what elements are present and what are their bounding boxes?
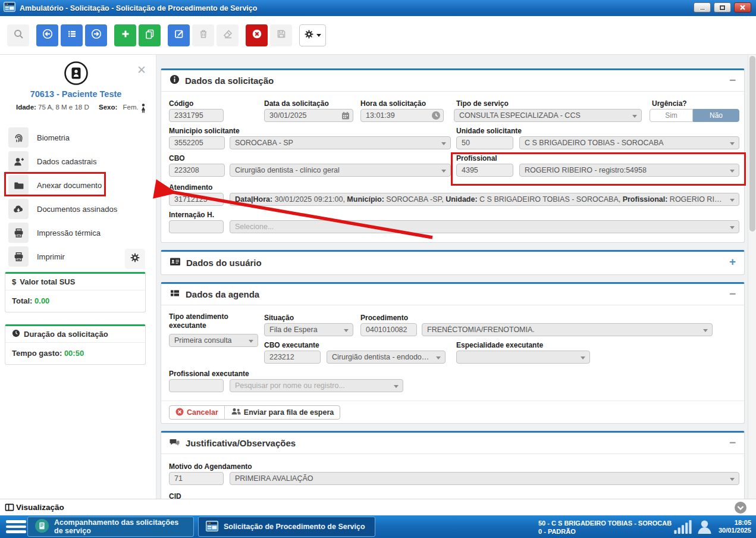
profissional-executante-code-field[interactable] (169, 379, 224, 392)
data-label: Data da solicitação (264, 99, 329, 108)
procedimento-select[interactable]: FRENÉCTOMIA/FRENOTOMIA. (422, 323, 713, 336)
scrollbar[interactable] (748, 55, 756, 499)
age-label: Idade: (16, 104, 36, 111)
profissional-code-field[interactable]: 4395 (456, 164, 513, 177)
urgencia-sim-button[interactable]: Sim (650, 109, 693, 122)
cancel-record-button[interactable] (246, 24, 268, 46)
select-caret-icon (394, 385, 399, 388)
internacao-select[interactable]: Selecione... (230, 220, 739, 233)
cloud-download-icon (8, 199, 29, 219)
edit-button[interactable] (168, 24, 190, 46)
unidade-select[interactable]: C S BRIGADEIRO TOBIAS - SOROCABA (519, 136, 739, 149)
section-justificativa: Justificativa/Observações − Motivo do Ag… (161, 431, 745, 499)
tipo-servico-select[interactable]: CONSULTA ESPECIALIZADA - CCS (454, 109, 642, 122)
cancelar-button[interactable]: Cancelar (170, 406, 224, 419)
codigo-label: Código (169, 99, 193, 108)
cbo-code-field[interactable]: 223208 (169, 164, 225, 177)
sus-total-label: Total: (12, 296, 32, 305)
section-dados-agenda: Dados da agenda − Tipo atendimento execu… (161, 282, 745, 424)
select-caret-icon (249, 340, 253, 343)
sidebar-item-anexar-documento[interactable]: Anexar documento (0, 174, 152, 196)
delete-button[interactable] (192, 24, 214, 46)
save-button[interactable] (270, 24, 292, 46)
calendar-icon (341, 111, 350, 122)
urgencia-nao-button[interactable]: Não (693, 109, 739, 122)
unidade-code-field[interactable]: 50 (456, 136, 513, 149)
sidebar-item-biometria[interactable]: Biometria (0, 126, 152, 149)
chevron-down-circle-icon[interactable] (734, 501, 747, 517)
municipio-code-field[interactable]: 3552205 (169, 136, 225, 149)
menu-hamburger-icon[interactable] (6, 520, 26, 533)
maximize-button[interactable] (714, 2, 731, 12)
add-button[interactable] (114, 24, 136, 46)
hora-field[interactable]: 13:01:39 (360, 109, 444, 122)
enviar-fila-button[interactable]: Enviar para fila de espera (224, 406, 340, 419)
cbo-executante-select[interactable]: Cirurgião dentista - endodon... (327, 351, 446, 364)
user-icon[interactable] (697, 520, 712, 536)
taskbar-item-solicitacao[interactable]: Solicitação de Procedimento de Serviço (198, 517, 375, 537)
list-button[interactable] (61, 24, 83, 46)
erase-button[interactable] (217, 24, 239, 46)
atendimento-select[interactable]: Data|Hora: 30/01/2025 09:21:00, Municípi… (230, 193, 739, 206)
atendimento-label: Atendimento (169, 183, 212, 192)
sus-panel-title: Valor total SUS (20, 277, 75, 286)
hora-label: Hora da solicitação (360, 99, 426, 108)
select-caret-icon (344, 329, 349, 332)
cbo-select[interactable]: Cirurgião dentista - clínico geral (230, 164, 451, 177)
x-circle-icon (175, 408, 184, 418)
profissional-executante-select[interactable]: Pesquisar por nome ou registro... (230, 379, 403, 392)
print-settings-button[interactable] (125, 249, 145, 269)
duration-value: 00:50 (64, 349, 84, 358)
expand-toggle[interactable]: + (729, 255, 736, 268)
taskbar-item-acompanhamento[interactable]: Acompanhamento das solicitações de servi… (27, 517, 194, 537)
procedimento-label: Procedimento (360, 314, 408, 322)
sus-total-panel: $Valor total SUS Total: 0.00 (5, 272, 146, 312)
agenda-button-group: Cancelar Enviar para fila de espera (169, 405, 340, 420)
scrollbar-thumb[interactable] (749, 56, 755, 232)
atendimento-code-field[interactable]: 31712125 (169, 193, 224, 206)
tipo-atendimento-select[interactable]: Primeira consulta (169, 334, 258, 347)
settings-button[interactable] (299, 24, 326, 46)
urgencia-label: Urgência? (652, 99, 687, 108)
gear-icon (304, 29, 314, 42)
close-button[interactable] (734, 2, 751, 12)
app-icon (4, 2, 15, 14)
motivo-code-field[interactable]: 71 (169, 472, 224, 485)
eraser-icon (222, 29, 233, 42)
printer-icon (8, 223, 29, 243)
internacao-code-field[interactable] (169, 220, 224, 233)
profissional-select[interactable]: ROGERIO RIBEIRO - registro:54958 (519, 164, 739, 177)
tipo-servico-label: Tipo de serviço (456, 99, 509, 108)
profissional-label: Profissional (456, 154, 497, 162)
copy-button[interactable] (139, 24, 161, 46)
collapse-toggle[interactable]: − (729, 74, 736, 87)
previous-button[interactable] (36, 24, 58, 46)
info-icon (170, 74, 180, 87)
collapse-toggle[interactable]: − (729, 436, 736, 449)
unit-line2: 0 - PADRÃO (538, 527, 672, 536)
sidebar-item-documentos-assinados[interactable]: Documentos assinados (0, 198, 152, 220)
motivo-select[interactable]: PRIMEIRA AVALIAÇÃO (230, 472, 739, 485)
search-button[interactable] (7, 24, 29, 46)
sidebar-item-label: Biometria (37, 133, 70, 142)
select-caret-icon (730, 478, 735, 481)
patient-name: 70613 - Paciente Teste (0, 89, 152, 99)
situacao-select[interactable]: Fila de Espera (264, 323, 353, 336)
sidebar-item-impressao-termica[interactable]: Impressão térmica (0, 221, 152, 244)
select-caret-icon (436, 356, 441, 359)
sidebar-close-icon[interactable]: ✕ (136, 64, 148, 76)
chevron-down-icon (316, 34, 321, 37)
municipio-select[interactable]: SOROCABA - SP (230, 136, 451, 149)
especialidade-select[interactable] (456, 351, 590, 364)
procedimento-code-field[interactable]: 0401010082 (360, 323, 417, 336)
current-unit-status: 50 - C S BRIGADEIRO TOBIAS - SOROCAB 0 -… (538, 519, 672, 536)
cbo-executante-code-field[interactable]: 223212 (264, 351, 321, 364)
section-dados-solicitacao: Dados da solicitação − Código 2331795 Da… (161, 68, 745, 243)
minimize-button[interactable] (694, 2, 711, 12)
data-field[interactable]: 30/01/2025 (264, 109, 353, 122)
sidebar-item-dados-cadastrais[interactable]: Dados cadastrais (0, 150, 152, 173)
next-button[interactable] (85, 24, 107, 46)
profissional-executante-label: Profissional executante (169, 370, 249, 378)
collapse-toggle[interactable]: − (729, 287, 736, 301)
codigo-field[interactable]: 2331795 (169, 109, 224, 122)
